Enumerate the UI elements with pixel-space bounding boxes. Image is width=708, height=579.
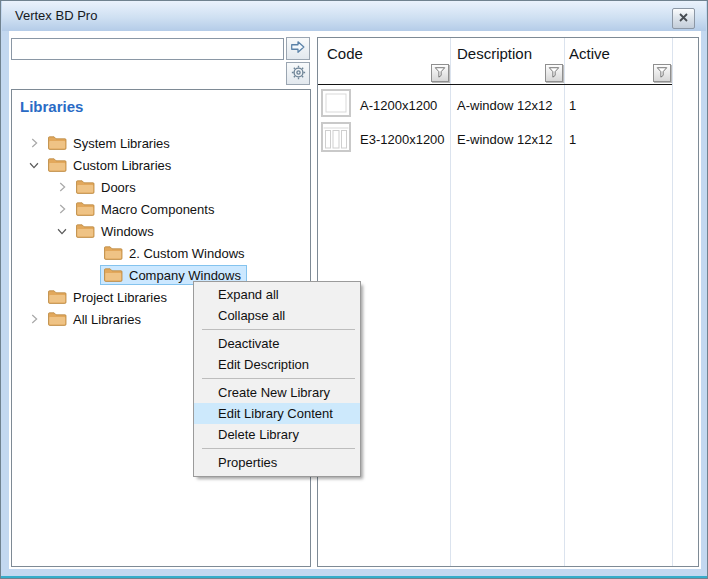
tree-item-label: 2. Custom Windows	[129, 246, 245, 261]
filter-funnel-icon	[656, 66, 668, 81]
tree-item-body[interactable]: Macro Components	[72, 199, 220, 219]
filter-button-code[interactable]	[431, 64, 449, 82]
close-button[interactable]	[672, 8, 695, 29]
search-go-button[interactable]	[286, 37, 310, 60]
app-window: Vertex BD Pro Libraries System Libraries…	[0, 0, 708, 579]
menu-separator	[202, 378, 355, 379]
table-rows: A-1200x1200A-window 12x121E3-1200x1200E-…	[318, 88, 698, 156]
filter-funnel-icon	[548, 66, 560, 81]
window-bottom-edge	[1, 576, 707, 578]
tree-item-body[interactable]: All Libraries	[44, 309, 147, 329]
tree-item-body[interactable]: Doors	[72, 177, 142, 197]
menu-separator	[202, 329, 355, 330]
tree-indent-spacer	[80, 266, 100, 284]
menu-item-edit-description[interactable]: Edit Description	[194, 354, 360, 375]
titlebar: Vertex BD Pro	[2, 1, 706, 31]
tree-item-2-custom-windows[interactable]: 2. Custom Windows	[12, 242, 310, 264]
cell-act: 1	[569, 98, 576, 113]
chevron-down-icon[interactable]	[52, 222, 72, 240]
tree-item-label: Macro Components	[101, 202, 214, 217]
filter-button-description[interactable]	[545, 64, 563, 82]
folder-icon	[103, 267, 123, 283]
tree-item-system-libraries[interactable]: System Libraries	[12, 132, 310, 154]
tree-item-doors[interactable]: Doors	[12, 176, 310, 198]
tree-heading: Libraries	[20, 98, 83, 115]
chevron-right-icon[interactable]	[24, 310, 44, 328]
chevron-right-icon[interactable]	[52, 178, 72, 196]
tree-item-body[interactable]: Project Libraries	[44, 287, 173, 307]
folder-icon	[47, 311, 67, 327]
window-single-icon	[321, 89, 351, 121]
tree-item-label: Windows	[101, 224, 154, 239]
cell-desc: E-window 12x12	[457, 132, 552, 147]
menu-item-edit-library-content[interactable]: Edit Library Content	[194, 403, 360, 424]
tree-indent-spacer	[24, 288, 44, 306]
window-title: Vertex BD Pro	[15, 8, 97, 23]
tree-item-body[interactable]: System Libraries	[44, 133, 176, 153]
tree-item-macro-components[interactable]: Macro Components	[12, 198, 310, 220]
menu-item-expand-all[interactable]: Expand all	[194, 284, 360, 305]
header-rule	[318, 84, 672, 85]
close-icon	[677, 11, 690, 27]
column-header-code[interactable]: Code	[327, 45, 363, 62]
menu-item-collapse-all[interactable]: Collapse all	[194, 305, 360, 326]
chevron-right-icon[interactable]	[24, 134, 44, 152]
cell-code: E3-1200x1200	[360, 132, 445, 147]
cell-code: A-1200x1200	[360, 98, 437, 113]
folder-icon	[75, 201, 95, 217]
folder-icon	[75, 179, 95, 195]
filter-funnel-icon	[434, 66, 446, 81]
tree-item-label: Doors	[101, 180, 136, 195]
table-row[interactable]: A-1200x1200A-window 12x121	[318, 88, 698, 122]
tree-item-body[interactable]: Windows	[72, 221, 160, 241]
cell-act: 1	[569, 132, 576, 147]
arrow-right-icon	[289, 38, 307, 59]
chevron-down-icon[interactable]	[24, 156, 44, 174]
library-content-table: Code Description Active A-1200x1200A-win…	[317, 37, 699, 567]
table-row[interactable]: E3-1200x1200E-window 12x121	[318, 122, 698, 156]
context-menu: Expand allCollapse allDeactivateEdit Des…	[193, 281, 361, 477]
settings-button[interactable]	[286, 62, 310, 85]
folder-icon	[47, 135, 67, 151]
gear-icon	[290, 64, 307, 84]
search-input[interactable]	[11, 38, 284, 60]
tree-item-label: Project Libraries	[73, 290, 167, 305]
tree-item-custom-libraries[interactable]: Custom Libraries	[12, 154, 310, 176]
column-header-active[interactable]: Active	[569, 45, 610, 62]
folder-icon	[47, 289, 67, 305]
column-header-description[interactable]: Description	[457, 45, 532, 62]
menu-item-create-new-library[interactable]: Create New Library	[194, 382, 360, 403]
cell-desc: A-window 12x12	[457, 98, 552, 113]
tree-item-body[interactable]: 2. Custom Windows	[100, 243, 251, 263]
tree-item-windows[interactable]: Windows	[12, 220, 310, 242]
menu-separator	[202, 448, 355, 449]
menu-item-delete-library[interactable]: Delete Library	[194, 424, 360, 445]
filter-button-active[interactable]	[653, 64, 671, 82]
folder-icon	[103, 245, 123, 261]
menu-item-deactivate[interactable]: Deactivate	[194, 333, 360, 354]
tree-item-label: System Libraries	[73, 136, 170, 151]
folder-icon	[75, 223, 95, 239]
tree-item-label: All Libraries	[73, 312, 141, 327]
window-triple-icon	[321, 122, 351, 156]
folder-icon	[47, 157, 67, 173]
menu-item-properties[interactable]: Properties	[194, 452, 360, 473]
tree-item-label: Custom Libraries	[73, 158, 171, 173]
tree-indent-spacer	[80, 244, 100, 262]
tree-item-body[interactable]: Custom Libraries	[44, 155, 177, 175]
chevron-right-icon[interactable]	[52, 200, 72, 218]
